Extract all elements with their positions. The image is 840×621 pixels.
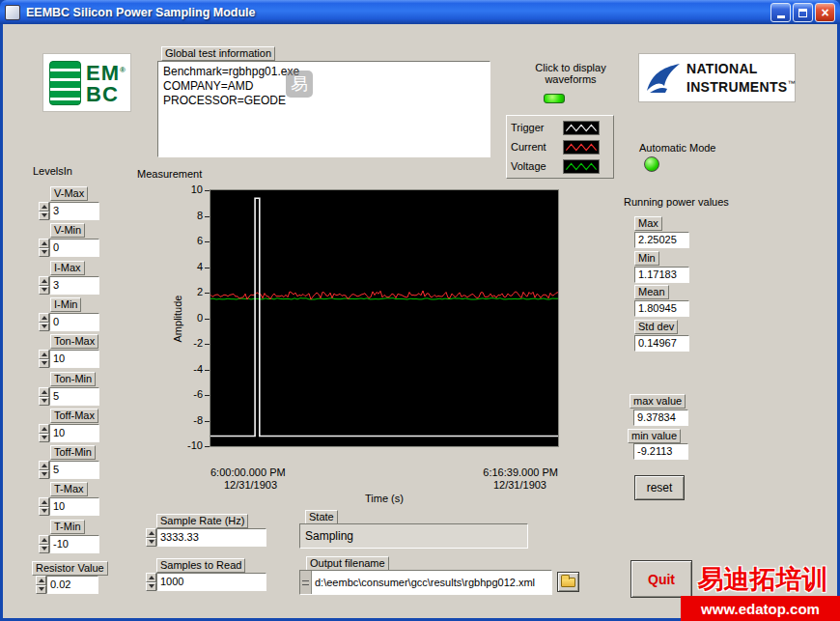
y-tick-label: 8 bbox=[174, 210, 203, 221]
waveform-display-led[interactable] bbox=[544, 94, 565, 103]
level-spinner[interactable] bbox=[39, 461, 49, 479]
level-value-field[interactable]: 0 bbox=[49, 239, 99, 257]
running-power-item: Std dev 0.14967 bbox=[634, 317, 702, 352]
y-tick-label: 10 bbox=[174, 183, 203, 195]
time-axis-label: Time (s) bbox=[210, 493, 558, 504]
level-spinner[interactable] bbox=[39, 239, 49, 257]
maximize-button[interactable] bbox=[793, 3, 813, 22]
level-spinner[interactable] bbox=[39, 276, 49, 295]
browse-folder-button[interactable] bbox=[557, 572, 579, 592]
global-test-info-label: Global test information bbox=[161, 46, 275, 61]
decrement-button[interactable] bbox=[146, 582, 156, 592]
increment-button[interactable] bbox=[39, 497, 49, 507]
level-control: I-Min 0 bbox=[39, 295, 126, 331]
maximize-icon bbox=[798, 9, 807, 17]
legend-item[interactable]: Trigger bbox=[511, 119, 609, 137]
y-tick-mark bbox=[205, 190, 210, 191]
increment-button[interactable] bbox=[39, 350, 49, 359]
close-button[interactable]: × bbox=[815, 3, 835, 22]
sample-rate-spinner[interactable] bbox=[146, 528, 156, 547]
level-value-field[interactable]: 10 bbox=[49, 497, 99, 516]
decrement-button[interactable] bbox=[39, 248, 49, 258]
eembc-logo-text: EM® BC bbox=[86, 60, 126, 105]
level-label: Ton-Max bbox=[50, 334, 98, 349]
quit-button[interactable]: Quit bbox=[630, 560, 692, 598]
legend-label: Trigger bbox=[511, 122, 563, 133]
samples-spinner[interactable] bbox=[146, 573, 156, 591]
level-spinner[interactable] bbox=[39, 202, 49, 220]
y-tick-label: 0 bbox=[174, 312, 203, 324]
legend-item[interactable]: Voltage bbox=[511, 157, 609, 176]
increment-button[interactable] bbox=[39, 461, 49, 470]
resistor-value-field[interactable]: 0.02 bbox=[46, 576, 98, 594]
increment-button[interactable] bbox=[39, 387, 49, 397]
increment-button[interactable] bbox=[36, 576, 46, 585]
level-value-field[interactable]: 3 bbox=[49, 202, 99, 220]
minimize-icon bbox=[777, 15, 785, 18]
legend-waveform-icon bbox=[563, 159, 600, 174]
level-value-field[interactable]: 10 bbox=[49, 350, 99, 368]
level-label: V-Min bbox=[50, 223, 85, 238]
increment-button[interactable] bbox=[146, 573, 156, 582]
decrement-button[interactable] bbox=[39, 397, 49, 407]
automatic-mode-led[interactable] bbox=[644, 156, 659, 172]
y-tick-mark bbox=[205, 446, 210, 447]
legend-waveform-icon bbox=[563, 140, 600, 155]
sample-rate-field[interactable]: 3333.33 bbox=[156, 528, 266, 547]
level-value-field[interactable]: 0 bbox=[49, 313, 99, 331]
y-tick-mark bbox=[205, 319, 210, 320]
increment-button[interactable] bbox=[39, 535, 49, 545]
running-power-value: 0.14967 bbox=[634, 335, 689, 352]
decrement-button[interactable] bbox=[39, 286, 49, 296]
level-value-field[interactable]: 5 bbox=[49, 387, 99, 406]
increment-button[interactable] bbox=[146, 528, 156, 538]
level-value-field[interactable]: 3 bbox=[49, 276, 99, 295]
down-arrow-icon bbox=[42, 250, 47, 254]
decrement-button[interactable] bbox=[39, 434, 49, 443]
decrement-button[interactable] bbox=[39, 359, 49, 369]
ni-logo-text: NATIONAL INSTRUMENTS™ bbox=[686, 61, 796, 95]
increment-button[interactable] bbox=[39, 424, 49, 434]
down-arrow-icon bbox=[42, 288, 47, 292]
decrement-button[interactable] bbox=[39, 470, 49, 480]
level-spinner[interactable] bbox=[39, 535, 49, 553]
up-arrow-icon bbox=[149, 531, 154, 535]
decrement-button[interactable] bbox=[39, 507, 49, 517]
running-power-label: Mean bbox=[634, 285, 669, 299]
samples-to-read-field[interactable]: 1000 bbox=[156, 573, 266, 591]
increment-button[interactable] bbox=[39, 313, 49, 323]
y-tick-mark bbox=[205, 370, 210, 371]
y-tick-label: -8 bbox=[174, 414, 203, 426]
minimize-button[interactable] bbox=[770, 3, 791, 22]
up-arrow-icon bbox=[42, 464, 47, 467]
level-value-field[interactable]: 10 bbox=[49, 424, 99, 442]
output-path-text: d:\eembc\consumer\gcc\results\rgbhpg012.… bbox=[312, 571, 535, 594]
reset-button[interactable]: reset bbox=[634, 475, 685, 500]
global-test-info-box[interactable]: Benchmark=rgbhpg01.exe COMPANY=AMD PROCE… bbox=[157, 61, 490, 157]
level-spinner[interactable] bbox=[39, 350, 49, 368]
y-tick-label: -6 bbox=[174, 388, 203, 400]
decrement-button[interactable] bbox=[39, 323, 49, 332]
level-control: T-Max 10 bbox=[39, 479, 126, 516]
increment-button[interactable] bbox=[39, 239, 49, 248]
legend-item[interactable]: Current bbox=[511, 138, 609, 156]
legend-waveform-icon bbox=[563, 121, 600, 135]
level-label: Ton-Min bbox=[50, 372, 96, 386]
output-filename-label: Output filename bbox=[306, 556, 389, 571]
increment-button[interactable] bbox=[39, 276, 49, 286]
decrement-button[interactable] bbox=[36, 585, 46, 595]
level-value-field[interactable]: -10 bbox=[49, 535, 99, 553]
decrement-button[interactable] bbox=[39, 545, 49, 554]
level-spinner[interactable] bbox=[39, 387, 49, 406]
output-path-field[interactable]: d:\eembc\consumer\gcc\results\rgbhpg012.… bbox=[299, 570, 552, 595]
level-spinner[interactable] bbox=[39, 424, 49, 442]
level-spinner[interactable] bbox=[39, 497, 49, 516]
plot-legend: Trigger Current Voltage bbox=[506, 115, 614, 179]
level-value-field[interactable]: 5 bbox=[49, 461, 99, 479]
title-bar[interactable]: EEMBC Silicon Power Sampling Module × bbox=[0, 0, 840, 24]
decrement-button[interactable] bbox=[39, 212, 49, 221]
resistor-spinner[interactable] bbox=[36, 576, 46, 594]
increment-button[interactable] bbox=[39, 202, 49, 212]
decrement-button[interactable] bbox=[146, 538, 156, 548]
level-spinner[interactable] bbox=[39, 313, 49, 331]
